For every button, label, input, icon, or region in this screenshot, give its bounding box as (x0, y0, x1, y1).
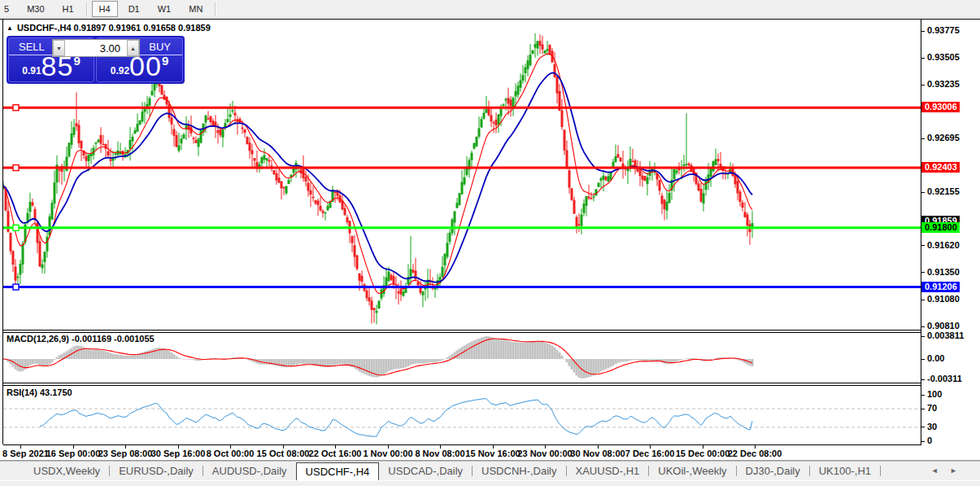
time-axis-label: 22 Oct 16:00 (309, 449, 362, 458)
volume-spinner: ▼ 3.00 ▲ (52, 39, 140, 57)
tf-button-h4[interactable]: H4 (92, 1, 118, 17)
tab-dj30-daily[interactable]: DJ30-,Daily (737, 462, 809, 480)
price-axis-label: 0.91350 (927, 267, 960, 277)
one-click-trade-panel: SELL 0.91 85 9 BUY 0.92 00 9 ▼ 3.00 ▲ (7, 36, 185, 84)
tf-button-m5[interactable]: 5 (2, 1, 16, 17)
collapse-triangle-icon[interactable]: ▲ (7, 24, 13, 32)
time-axis-label: 8 Oct 00:00 (207, 449, 255, 458)
chart-title: ▲ USDCHF-,H4 0.91897 0.91961 0.91658 0.9… (7, 23, 211, 33)
price-axis-label: 0.93775 (927, 25, 960, 35)
sell-price-prefix: 0.91 (22, 65, 41, 77)
macd-axis-label: 0.003811 (927, 331, 964, 340)
rsi-axis-tick (921, 409, 925, 409)
time-axis-label: 30 Nov 08:00 (570, 449, 625, 458)
tab-uk100-h1[interactable]: UK100-,H1 (810, 462, 880, 480)
rsi-axis-tick (921, 441, 925, 442)
macd-axis-tick (921, 359, 925, 360)
time-axis-label: 23 Nov 00:00 (517, 449, 572, 458)
mt4-window: 5 M30 H1 H4 D1 W1 MN ▲ USDCHF-,H4 0.9189… (0, 0, 980, 486)
price-axis-tick (921, 245, 925, 246)
price-axis-tick (921, 272, 925, 273)
rsi-label: RSI(14) 43.1750 (7, 387, 72, 397)
price-axis-label: 0.91080 (927, 294, 960, 304)
macd-label: MACD(12,26,9) -0.001169 -0.001055 (7, 334, 155, 344)
time-axis-label: 1 Nov 00:00 (363, 449, 412, 458)
price-level-label: 0.91800 (921, 222, 960, 233)
macd-axis-label: 0.00 (927, 353, 944, 363)
price-axis-tick (921, 300, 925, 300)
time-axis[interactable]: 8 Sep 202116 Sep 00:0023 Sep 08:0030 Sep… (0, 445, 980, 460)
timeframe-toolbar: 5 M30 H1 H4 D1 W1 MN (0, 0, 980, 18)
time-axis-label: 8 Sep 2021 (2, 449, 49, 458)
volume-increase-button[interactable]: ▲ (127, 40, 139, 56)
time-axis-label: 16 Sep 00:00 (46, 449, 101, 458)
time-axis-label: 23 Sep 08:00 (98, 449, 153, 458)
tab-xauusd-h1[interactable]: XAUUSD-,H1 (567, 462, 649, 480)
price-axis-label: 0.92695 (927, 133, 960, 142)
tab-usdx-weekly[interactable]: USDX,Weekly (24, 462, 109, 480)
time-axis-label: 7 Dec 16:00 (625, 449, 675, 458)
rsi-axis-tick (921, 395, 925, 396)
tab-usdcnh-daily[interactable]: USDCNH-,Daily (473, 462, 565, 480)
rsi-axis-label: 30 (927, 422, 937, 431)
status-strip (0, 480, 980, 486)
tf-button-d1[interactable]: D1 (121, 1, 147, 17)
price-axis: 0.937750.935050.932350.926950.921550.916… (921, 20, 980, 460)
rsi-axis-label: 0 (927, 436, 932, 445)
price-level-label: 0.91206 (921, 282, 960, 292)
rsi-axis-label: 100 (927, 389, 942, 399)
volume-input[interactable]: 3.00 (65, 40, 127, 56)
price-axis-tick (921, 85, 925, 85)
tf-button-m30[interactable]: M30 (20, 1, 51, 17)
rsi-axis-tick (921, 427, 925, 427)
toolbar-separator (86, 2, 87, 15)
time-axis-label: 15 Dec 00:00 (676, 449, 730, 458)
price-axis-label: 0.92155 (927, 186, 960, 196)
tab-audusd-daily[interactable]: AUDUSD-,Daily (203, 462, 296, 480)
macd-axis-tick (921, 379, 925, 380)
volume-decrease-button[interactable]: ▼ (53, 40, 65, 56)
rsi-axis-label: 70 (927, 403, 937, 413)
price-axis-label: 0.90810 (927, 321, 960, 331)
time-axis-label: 15 Nov 16:00 (465, 449, 520, 458)
price-axis-tick (921, 31, 925, 32)
tab-usdchf-h4[interactable]: USDCHF-,H4 (296, 462, 380, 480)
price-level-label: 0.92403 (921, 162, 960, 173)
chart-title-text: USDCHF-,H4 0.91897 0.91961 0.91658 0.918… (17, 23, 211, 33)
time-axis-label: 15 Oct 08:00 (257, 449, 310, 458)
tab-eurusd-daily[interactable]: EURUSD-,Daily (110, 462, 203, 480)
tab-usdcad-daily[interactable]: USDCAD-,Daily (379, 462, 472, 480)
macd-axis-tick (921, 336, 925, 337)
toolbar-separator (215, 2, 216, 15)
chart-tab-bar: USDX,Weekly EURUSD-,Daily AUDUSD-,Daily … (0, 461, 980, 480)
tab-ukoil-weekly[interactable]: UKOil-,Weekly (649, 462, 735, 480)
buy-price-pipette: 9 (162, 54, 168, 68)
time-axis-label: 30 Sep 16:00 (151, 449, 206, 458)
price-axis-tick (921, 326, 925, 327)
tf-button-w1[interactable]: W1 (150, 1, 179, 17)
buy-price-prefix: 0.92 (111, 65, 129, 77)
tf-button-mn[interactable]: MN (181, 1, 210, 17)
time-axis-label: 22 Dec 08:00 (728, 449, 782, 458)
price-axis-tick (921, 138, 925, 139)
price-axis-label: 0.93505 (927, 52, 960, 62)
price-axis-tick (921, 192, 925, 193)
tab-scroll-arrows[interactable]: ◄ ► (931, 466, 962, 475)
price-axis-label: 0.93235 (927, 79, 960, 89)
price-axis-label: 0.91620 (927, 240, 960, 250)
tf-button-h1[interactable]: H1 (55, 1, 81, 17)
price-axis-tick (921, 58, 925, 59)
macd-axis-label: -0.00311 (927, 374, 962, 383)
price-level-label: 0.93006 (921, 102, 960, 112)
time-axis-label: 8 Nov 08:00 (415, 449, 464, 458)
